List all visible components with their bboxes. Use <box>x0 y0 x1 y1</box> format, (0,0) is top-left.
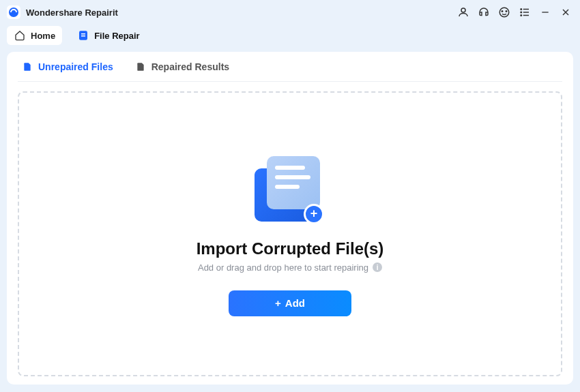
add-button[interactable]: + Add <box>229 290 351 316</box>
dropzone-subtext-label: Add or drag and drop here to start repai… <box>198 262 368 273</box>
subtabs: Unrepaired Files Repaired Results <box>18 52 562 82</box>
tab-home[interactable]: Home <box>7 26 62 45</box>
dropzone-subtext: Add or drag and drop here to start repai… <box>198 262 382 273</box>
svg-point-1 <box>461 8 465 12</box>
svg-point-4 <box>506 11 507 12</box>
file-repair-icon <box>77 29 89 42</box>
svg-point-5 <box>521 9 522 10</box>
add-button-label: Add <box>285 297 305 309</box>
svg-point-9 <box>521 15 522 16</box>
app-title: Wondershare Repairit <box>26 7 118 18</box>
tab-file-repair-label: File Repair <box>94 31 139 41</box>
dropzone-heading: Import Corrupted File(s) <box>197 239 384 258</box>
plus-icon: + <box>275 297 281 309</box>
subtab-repaired-label: Repaired Results <box>151 61 229 72</box>
import-illustration-icon: + <box>249 152 331 227</box>
close-icon[interactable] <box>558 5 573 20</box>
main-tabs: Home File Repair <box>0 25 580 46</box>
document-icon <box>22 61 33 72</box>
svg-point-3 <box>502 11 503 12</box>
dropzone[interactable]: + Import Corrupted File(s) Add or drag a… <box>18 91 562 376</box>
content-card: Unrepaired Files Repaired Results + Impo… <box>7 52 573 385</box>
svg-point-7 <box>521 12 522 13</box>
menu-icon[interactable] <box>517 5 532 20</box>
svg-rect-15 <box>81 33 85 35</box>
feedback-icon[interactable] <box>497 5 512 20</box>
subtab-unrepaired-label: Unrepaired Files <box>38 61 113 72</box>
app-logo-icon <box>7 5 20 19</box>
titlebar: Wondershare Repairit <box>0 0 580 25</box>
account-icon[interactable] <box>456 5 471 20</box>
subtab-repaired[interactable]: Repaired Results <box>134 57 231 76</box>
tab-home-label: Home <box>31 31 55 41</box>
svg-rect-16 <box>81 35 85 37</box>
svg-point-2 <box>499 7 509 17</box>
subtab-unrepaired[interactable]: Unrepaired Files <box>20 57 115 76</box>
home-icon <box>14 29 26 42</box>
document-icon <box>135 61 146 72</box>
info-icon[interactable]: i <box>373 262 382 272</box>
support-icon[interactable] <box>476 5 491 20</box>
minimize-icon[interactable] <box>538 5 553 20</box>
plus-icon: + <box>304 204 324 224</box>
tab-file-repair[interactable]: File Repair <box>70 26 146 45</box>
